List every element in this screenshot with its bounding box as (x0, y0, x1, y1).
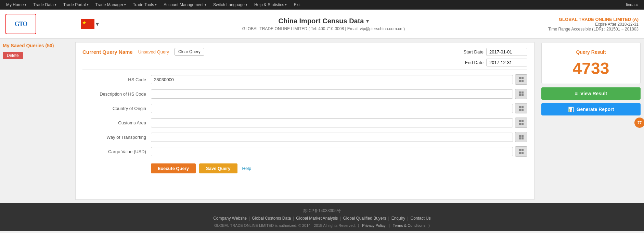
main-layout: My Saved Queries (50) Delete Current Que… (0, 39, 644, 203)
end-date-label: End Date (465, 60, 484, 65)
svg-rect-11 (521, 109, 524, 111)
flag-dropdown-icon[interactable]: ▾ (96, 20, 99, 28)
dataset-title-section: China Import Census Data ▾ GLOBAL TRADE … (99, 17, 548, 31)
nav-trade-portal[interactable]: Trade Portal ▾ (60, 0, 92, 10)
logo-area: GTO (5, 14, 74, 34)
footer-global-customs-data[interactable]: Global Customs Data (250, 216, 293, 221)
user-account: linda.c (622, 2, 641, 7)
nav-my-home[interactable]: My Home ▾ (3, 0, 30, 10)
svg-rect-3 (521, 80, 524, 82)
svg-rect-18 (519, 137, 521, 139)
country-of-origin-row: Country of Origin (82, 103, 527, 113)
action-row: Execute Query Save Query Help (82, 163, 527, 173)
query-name-row: Current Query Name Unsaved Query Clear Q… (82, 48, 204, 56)
dataset-dropdown-icon[interactable]: ▾ (366, 18, 369, 24)
nav-trade-data[interactable]: Trade Data ▾ (30, 0, 60, 10)
nav-trade-tools[interactable]: Trade Tools ▾ (129, 0, 160, 10)
footer-links: Company Website | Global Customs Data | … (0, 216, 644, 221)
svg-rect-9 (521, 106, 524, 108)
description-hs-code-row: Description of HS Code (82, 89, 527, 99)
svg-rect-20 (519, 149, 521, 151)
hs-code-input[interactable] (151, 75, 513, 84)
dataset-subtitle: GLOBAL TRADE ONLINE LIMITED ( Tel: 400-7… (99, 26, 548, 31)
nav-switch-language[interactable]: Switch Language ▾ (210, 0, 251, 10)
start-date-input[interactable] (486, 48, 527, 56)
svg-rect-2 (519, 80, 521, 82)
nav-my-home-arrow: ▾ (25, 3, 26, 7)
divider (82, 69, 527, 70)
customs-area-row: Customs Area (82, 118, 527, 128)
nav-account-management[interactable]: Account Management ▾ (160, 0, 210, 10)
view-result-icon: ≡ (575, 91, 578, 96)
description-hs-code-label: Description of HS Code (82, 91, 151, 97)
svg-rect-14 (519, 123, 521, 125)
nav-exit[interactable]: Exit (290, 0, 304, 10)
svg-rect-13 (521, 120, 524, 122)
query-result-number: 4733 (549, 60, 633, 77)
footer-global-market-analysis[interactable]: Global Market Analysis (294, 216, 340, 221)
end-date-input[interactable] (486, 59, 527, 66)
right-panel: Query Result 4733 ≡ View Result 📊 Genera… (538, 39, 644, 203)
customs-area-icon[interactable] (515, 118, 527, 128)
help-link[interactable]: Help (241, 163, 253, 173)
footer-privacy-policy[interactable]: Privacy Policy (360, 223, 387, 228)
customs-area-input[interactable] (151, 118, 513, 127)
footer-global-qualified-buyers[interactable]: Global Qualified Buyers (341, 216, 388, 221)
way-of-transporting-input[interactable] (151, 133, 513, 142)
description-hs-code-icon[interactable] (515, 89, 527, 99)
svg-rect-23 (521, 152, 524, 154)
nav-trade-tools-arrow: ▾ (155, 3, 157, 7)
svg-rect-0 (519, 77, 521, 79)
svg-rect-6 (519, 94, 521, 96)
svg-rect-16 (519, 135, 521, 137)
top-navigation: My Home ▾ Trade Data ▾ Trade Portal ▾ Tr… (0, 0, 644, 10)
flag-area: ▾ (81, 19, 99, 29)
country-of-origin-icon[interactable] (515, 103, 527, 113)
hs-code-icon[interactable] (515, 74, 527, 85)
nav-switch-language-arrow: ▾ (246, 3, 247, 7)
svg-rect-10 (519, 109, 521, 111)
country-of-origin-label: Country of Origin (82, 106, 151, 111)
cargo-value-icon[interactable] (515, 146, 527, 157)
delete-button[interactable]: Delete (3, 52, 23, 59)
start-date-label: Start Date (463, 49, 484, 54)
execute-query-button[interactable]: Execute Query (151, 163, 196, 173)
view-result-button[interactable]: ≡ View Result (541, 87, 641, 100)
footer-contact-us[interactable]: Contact Us (408, 216, 433, 221)
unsaved-query-label: Unsaved Query (138, 49, 169, 54)
svg-rect-15 (521, 123, 524, 125)
nav-trade-manager[interactable]: Trade Manager ▾ (92, 0, 130, 10)
generate-report-button[interactable]: 📊 Generate Report (541, 103, 641, 115)
account-time-range: Time Range Accessible (LDR) : 201501 ~ 2… (548, 27, 639, 32)
svg-rect-7 (521, 94, 524, 96)
footer-enquiry[interactable]: Enquiry (389, 216, 408, 221)
saved-queries-title: My Saved Queries (50) (3, 43, 73, 48)
svg-rect-17 (521, 135, 524, 137)
start-date-row: Start Date (463, 48, 527, 56)
page-footer: 苏ICP备14033305号 Company Website | Global … (0, 203, 644, 231)
save-query-button[interactable]: Save Query (199, 163, 237, 173)
cargo-value-row: Cargo Value (USD) (82, 146, 527, 157)
footer-copyright: GLOBAL TRADE ONLINE LIMITED is authorize… (0, 223, 644, 228)
footer-company-website[interactable]: Company Website (211, 216, 249, 221)
description-hs-code-input[interactable] (151, 89, 513, 99)
nav-trade-data-arrow: ▾ (55, 3, 56, 7)
nav-trade-portal-arrow: ▾ (87, 3, 89, 7)
page-header: GTO ▾ China Import Census Data ▾ GLOBAL … (0, 10, 644, 39)
clear-query-button[interactable]: Clear Query (175, 48, 204, 56)
query-top-row: Current Query Name Unsaved Query Clear Q… (82, 48, 527, 66)
nav-account-management-arrow: ▾ (205, 3, 206, 7)
notification-bubble: 77 (634, 118, 644, 128)
svg-rect-5 (521, 91, 524, 94)
svg-rect-22 (519, 152, 521, 154)
country-of-origin-input[interactable] (151, 104, 513, 113)
way-of-transporting-icon[interactable] (515, 132, 527, 142)
svg-rect-4 (519, 91, 521, 94)
nav-help-statistics[interactable]: Help & Statistics ▾ (251, 0, 290, 10)
footer-terms-conditions[interactable]: Terms & Conditions (391, 223, 427, 228)
dataset-title: China Import Census Data (278, 17, 364, 25)
cargo-value-input[interactable] (151, 147, 513, 156)
hs-code-row: HS Code (82, 74, 527, 85)
date-section: Start Date End Date (463, 48, 527, 66)
svg-rect-1 (521, 77, 524, 79)
